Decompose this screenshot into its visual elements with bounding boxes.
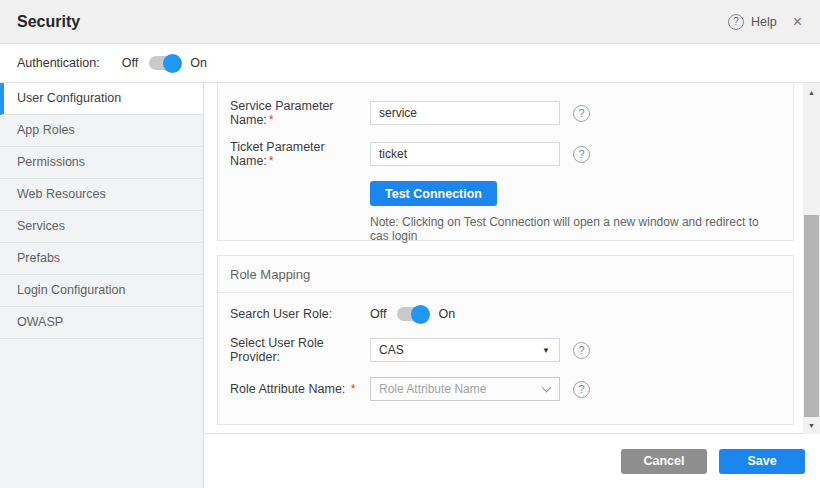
vertical-scrollbar[interactable]: ▲ ▼ [803, 83, 820, 434]
search-role-on-label: On [438, 307, 455, 321]
help-icon[interactable]: ? [573, 342, 590, 359]
role-attribute-label: Role Attribute Name: * [230, 382, 370, 396]
cas-parameters-card: Service Parameter Name:* ? Ticket Parame… [217, 83, 794, 241]
scrollbar-up-icon[interactable]: ▲ [803, 85, 820, 99]
required-asterisk: * [351, 382, 356, 396]
toggle-knob [411, 305, 430, 324]
scrollable-form-area: Service Parameter Name:* ? Ticket Parame… [204, 83, 820, 433]
help-icon[interactable]: ? [573, 146, 590, 163]
ticket-parameter-input[interactable] [370, 142, 560, 166]
toggle-knob [163, 54, 182, 73]
sidebar-item-prefabs[interactable]: Prefabs [0, 243, 203, 275]
help-icon[interactable]: ? [573, 105, 590, 122]
role-provider-select[interactable]: CAS ▼ [370, 338, 560, 362]
cancel-button[interactable]: Cancel [621, 449, 707, 474]
save-button[interactable]: Save [719, 449, 805, 474]
sidebar-item-web-resources[interactable]: Web Resources [0, 179, 203, 211]
help-icon[interactable]: ? [573, 381, 590, 398]
search-user-role-toggle[interactable] [397, 307, 427, 321]
service-parameter-label: Service Parameter Name:* [230, 99, 370, 127]
required-asterisk: * [269, 154, 274, 168]
test-connection-note: Note: Clicking on Test Connection will o… [370, 215, 773, 243]
search-role-off-label: Off [370, 307, 386, 321]
help-icon[interactable]: ? [728, 14, 744, 30]
dialog-footer: Cancel Save [204, 433, 820, 488]
scrollbar-down-icon[interactable]: ▼ [803, 418, 820, 432]
role-mapping-title: Role Mapping [218, 256, 793, 293]
role-attribute-input[interactable] [370, 377, 560, 401]
sidebar-item-user-configuration[interactable]: User Configuration [0, 83, 203, 115]
authentication-on-label: On [190, 56, 207, 70]
help-link[interactable]: Help [751, 15, 777, 29]
settings-sidebar: User Configuration App Roles Permissions… [0, 83, 204, 488]
authentication-bar: Authentication: Off On [0, 44, 820, 82]
page-title: Security [17, 13, 80, 31]
search-user-role-label: Search User Role: [230, 307, 370, 321]
authentication-toggle[interactable] [149, 56, 179, 70]
dialog-header: Security ? Help × [0, 0, 820, 44]
test-connection-button[interactable]: Test Connection [370, 181, 497, 206]
authentication-label: Authentication: [17, 56, 100, 70]
sidebar-item-services[interactable]: Services [0, 211, 203, 243]
dropdown-arrow-icon: ▼ [542, 346, 550, 355]
role-provider-label: Select User Role Provider: [230, 336, 370, 364]
ticket-parameter-label: Ticket Parameter Name:* [230, 140, 370, 168]
sidebar-item-permissions[interactable]: Permissions [0, 147, 203, 179]
security-dialog: Security ? Help × Authentication: Off On… [0, 0, 820, 488]
sidebar-item-owasp[interactable]: OWASP [0, 307, 203, 339]
authentication-off-label: Off [122, 56, 138, 70]
sidebar-item-app-roles[interactable]: App Roles [0, 115, 203, 147]
scrollbar-thumb[interactable] [804, 215, 819, 417]
sidebar-item-login-configuration[interactable]: Login Configuration [0, 275, 203, 307]
role-mapping-card: Role Mapping Search User Role: Off On [217, 255, 794, 425]
service-parameter-input[interactable] [370, 101, 560, 125]
close-icon[interactable]: × [793, 13, 802, 31]
required-asterisk: * [269, 113, 274, 127]
role-provider-value: CAS [379, 343, 404, 357]
